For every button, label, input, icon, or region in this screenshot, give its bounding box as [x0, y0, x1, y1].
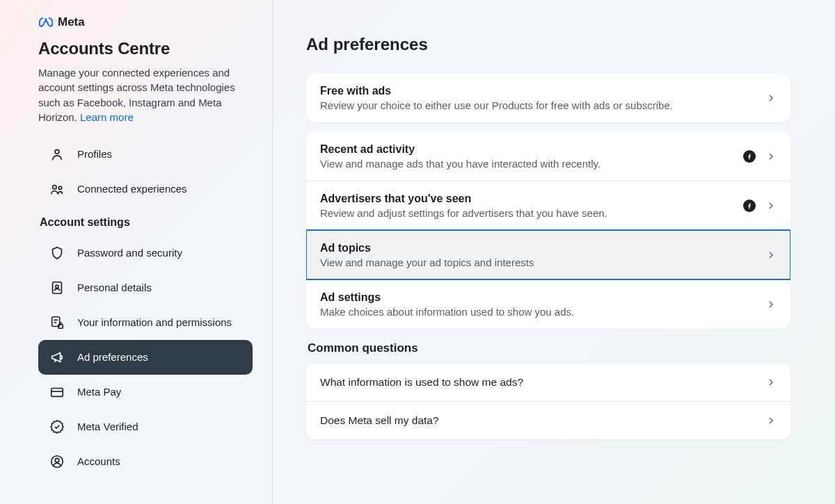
card-icon [49, 384, 65, 400]
svg-point-1 [53, 186, 57, 190]
verified-icon [49, 419, 65, 434]
chevron-right-icon [765, 92, 777, 104]
chevron-right-icon [765, 200, 777, 211]
svg-point-4 [56, 285, 58, 288]
learn-more-link[interactable]: Learn more [80, 111, 134, 123]
sidebar-item-meta-verified[interactable]: Meta Verified [38, 409, 253, 444]
sidebar-item-label: Meta Pay [77, 386, 121, 399]
sidebar-item-security[interactable]: Password and security [38, 236, 253, 270]
profile-icon [49, 147, 65, 162]
sidebar-section-header: Account settings [38, 206, 253, 236]
page-title: Ad preferences [306, 35, 790, 54]
row-subtitle: Make choices about information used to s… [320, 306, 765, 318]
sidebar-item-label: Connected experiences [77, 183, 187, 196]
sidebar-item-accounts[interactable]: Accounts [38, 444, 253, 479]
questions-card: What information is used to show me ads?… [306, 364, 790, 439]
sidebar-title: Accounts Centre [38, 39, 253, 58]
row-title: Advertisers that you've seen [320, 193, 743, 205]
question-title: What information is used to show me ads? [320, 376, 765, 389]
svg-point-9 [55, 459, 59, 463]
brand: Meta [38, 15, 253, 29]
row-ad-settings[interactable]: Ad settings Make choices about informati… [306, 279, 790, 329]
chevron-right-icon [765, 299, 777, 310]
sidebar-description-text: Manage your connected experiences and ac… [38, 67, 235, 123]
facebook-icon [743, 150, 756, 163]
sidebar: Meta Accounts Centre Manage your connect… [0, 0, 273, 504]
personal-details-icon [49, 280, 65, 295]
chevron-right-icon [765, 250, 777, 261]
chevron-right-icon [765, 151, 777, 162]
row-recent-ad-activity[interactable]: Recent ad activity View and manage ads t… [306, 132, 790, 181]
sidebar-item-connected[interactable]: Connected experiences [38, 172, 253, 206]
sidebar-item-personal[interactable]: Personal details [38, 270, 253, 305]
document-lock-icon [49, 315, 65, 330]
sidebar-item-label: Your information and permissions [77, 316, 232, 330]
row-title: Ad settings [320, 291, 765, 304]
row-title: Free with ads [320, 85, 765, 97]
sidebar-item-label: Meta Verified [77, 421, 138, 434]
row-free-with-ads[interactable]: Free with ads Review your choice to eith… [306, 74, 790, 122]
shield-icon [49, 245, 65, 261]
chevron-right-icon [765, 377, 777, 388]
sidebar-item-label: Profiles [77, 148, 112, 161]
connected-icon [49, 181, 65, 197]
row-title: Recent ad activity [320, 143, 743, 156]
settings-card-main: Recent ad activity View and manage ads t… [306, 132, 790, 329]
facebook-icon [743, 200, 756, 212]
sidebar-item-label: Accounts [77, 455, 120, 469]
svg-rect-7 [51, 389, 63, 397]
sidebar-item-label: Password and security [77, 247, 182, 260]
sidebar-item-profiles[interactable]: Profiles [38, 137, 253, 172]
row-subtitle: View and manage ads that you have intera… [320, 158, 743, 170]
question-row[interactable]: Does Meta sell my data? [306, 401, 790, 439]
account-circle-icon [49, 454, 65, 469]
sidebar-item-ad-preferences[interactable]: Ad preferences [38, 340, 253, 375]
question-title: Does Meta sell my data? [320, 414, 765, 427]
sidebar-item-info-permissions[interactable]: Your information and permissions [38, 305, 253, 340]
megaphone-icon [49, 350, 65, 365]
sidebar-item-label: Ad preferences [77, 351, 148, 364]
settings-card-free-ads: Free with ads Review your choice to eith… [306, 74, 790, 122]
row-title: Ad topics [320, 242, 765, 254]
svg-point-2 [58, 186, 61, 189]
sidebar-item-label: Personal details [77, 282, 152, 295]
question-row[interactable]: What information is used to show me ads? [306, 364, 790, 401]
row-subtitle: Review and adjust settings for advertise… [320, 207, 743, 219]
row-advertisers-seen[interactable]: Advertisers that you've seen Review and … [306, 181, 790, 230]
sidebar-description: Manage your connected experiences and ac… [38, 65, 253, 124]
common-questions-header: Common questions [308, 341, 790, 355]
row-subtitle: View and manage your ad topics and inter… [320, 257, 765, 268]
brand-name: Meta [58, 15, 85, 29]
main-content: Ad preferences Free with ads Review your… [273, 0, 835, 504]
meta-logo-icon [38, 17, 54, 27]
chevron-right-icon [765, 415, 777, 426]
svg-point-0 [55, 150, 59, 154]
row-subtitle: Review your choice to either use our Pro… [320, 99, 765, 111]
row-ad-topics[interactable]: Ad topics View and manage your ad topics… [306, 230, 790, 279]
sidebar-item-meta-pay[interactable]: Meta Pay [38, 375, 253, 409]
